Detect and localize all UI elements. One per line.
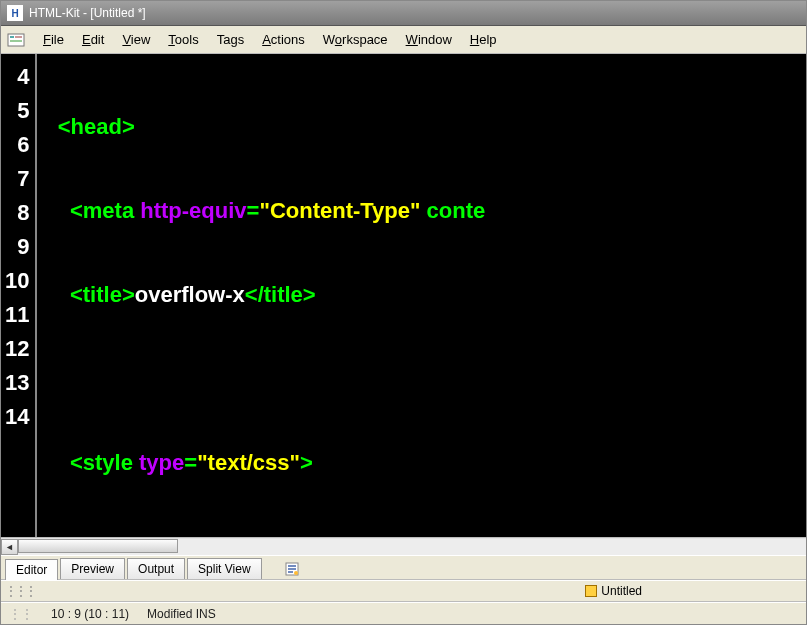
menu-workspace[interactable]: Workspace: [315, 30, 396, 49]
document-tab[interactable]: Untitled: [585, 584, 642, 598]
scroll-thumb[interactable]: [18, 539, 178, 553]
statusbar: ⋮⋮ 10 : 9 (10 : 11) Modified INS: [1, 602, 806, 624]
line-number: 6: [5, 128, 29, 162]
document-icon: [585, 585, 597, 597]
line-number: 4: [5, 60, 29, 94]
menu-tools[interactable]: Tools: [160, 30, 206, 49]
scroll-left-arrow-icon[interactable]: ◄: [1, 539, 18, 555]
editor-area[interactable]: 4 5 6 7 8 9 10 11 12 13 14 <head> <meta …: [1, 54, 806, 537]
tab-split-view[interactable]: Split View: [187, 558, 261, 579]
titlebar: H HTML-Kit - [Untitled *]: [1, 1, 806, 26]
line-number: 7: [5, 162, 29, 196]
status-grip-icon: ⋮⋮: [9, 607, 33, 621]
scroll-track[interactable]: [18, 539, 806, 555]
line-number: 13: [5, 366, 29, 400]
menu-help[interactable]: Help: [462, 30, 505, 49]
menu-tags[interactable]: Tags: [209, 30, 252, 49]
tab-editor[interactable]: Editor: [5, 559, 58, 580]
svg-rect-1: [10, 36, 14, 38]
editor-mode: Modified INS: [147, 607, 216, 621]
line-gutter: 4 5 6 7 8 9 10 11 12 13 14: [1, 54, 37, 537]
menubar: File Edit View Tools Tags Actions Worksp…: [1, 26, 806, 54]
line-number: 12: [5, 332, 29, 366]
view-tabs: Editor Preview Output Split View: [1, 555, 806, 580]
menu-file[interactable]: File: [35, 30, 72, 49]
line-number: 8: [5, 196, 29, 230]
grip-icon: ⋮⋮⋮: [5, 584, 35, 598]
code-editor[interactable]: <head> <meta http-equiv="Content-Type" c…: [37, 54, 806, 537]
menu-window[interactable]: Window: [398, 30, 460, 49]
toolbar-icon[interactable]: [7, 31, 25, 49]
svg-rect-2: [15, 36, 22, 38]
tab-tool-icon[interactable]: [284, 561, 300, 577]
horizontal-scrollbar[interactable]: ◄: [1, 537, 806, 555]
app-icon: H: [7, 5, 23, 21]
tab-output[interactable]: Output: [127, 558, 185, 579]
line-number: 5: [5, 94, 29, 128]
document-name: Untitled: [601, 584, 642, 598]
svg-point-5: [294, 571, 298, 575]
line-number: [5, 434, 29, 468]
document-bar: ⋮⋮⋮ Untitled: [1, 580, 806, 602]
line-number: 10: [5, 264, 29, 298]
menu-actions[interactable]: Actions: [254, 30, 313, 49]
menu-edit[interactable]: Edit: [74, 30, 112, 49]
line-number: 14: [5, 400, 29, 434]
tab-preview[interactable]: Preview: [60, 558, 125, 579]
menu-view[interactable]: View: [114, 30, 158, 49]
window-title: HTML-Kit - [Untitled *]: [29, 6, 146, 20]
svg-rect-3: [10, 40, 22, 42]
line-number: 11: [5, 298, 29, 332]
line-number: 9: [5, 230, 29, 264]
cursor-position: 10 : 9 (10 : 11): [51, 607, 129, 621]
